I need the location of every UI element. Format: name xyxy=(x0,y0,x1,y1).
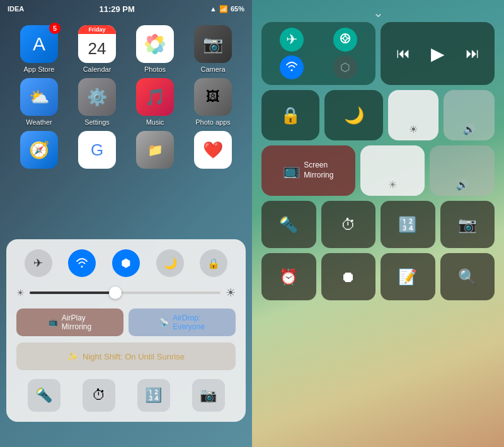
cc-brightness-row: ☀ ☀ xyxy=(16,286,236,300)
rcc-timer-btn[interactable]: ⏱ xyxy=(321,201,376,248)
rcc-notes-btn[interactable]: 📝 xyxy=(381,253,435,300)
rcc-dnd-tile[interactable]: 🌙 xyxy=(324,90,382,140)
app-item-google[interactable]: G xyxy=(71,131,123,169)
app-item-photoapps[interactable]: 🖼 Photo apps xyxy=(186,78,239,126)
cc-airplay-airdrop-row: 📺 AirPlayMirroring 📡 AirDrop:Everyone xyxy=(16,308,236,336)
status-right: ▲ 📶 65% xyxy=(210,5,244,13)
cc-calculator-button[interactable]: 🔢 xyxy=(137,379,170,412)
settings-icon[interactable]: ⚙️ xyxy=(78,78,116,116)
bluetooth-icon: ⬢ xyxy=(121,256,131,270)
rcc-brightness-slider-tile[interactable]: ☀ xyxy=(360,145,425,196)
rotation-icon: 🔒 xyxy=(207,257,220,269)
cc-flashlight-button[interactable]: 🔦 xyxy=(28,379,60,412)
rcc-flashlight-btn[interactable]: 🔦 xyxy=(261,201,316,248)
weather-icon[interactable]: ⛅ xyxy=(20,78,58,116)
photos-label: Photos xyxy=(144,65,166,73)
wifi-toggle-icon xyxy=(75,255,89,272)
wifi-icon: 📶 xyxy=(219,5,228,13)
cc-timer-button[interactable]: ⏱ xyxy=(83,379,115,412)
app-item-music[interactable]: 🎵 Music xyxy=(129,78,181,126)
google-icon[interactable]: G xyxy=(78,131,116,169)
photos-icon[interactable] xyxy=(136,25,174,63)
appstore-icon[interactable]: A 5 xyxy=(20,25,58,63)
rcc-bluetooth-icon: ⬡ xyxy=(340,60,350,74)
rcc-brightness-icon: ☀ xyxy=(409,123,418,135)
rcc-brightness-bottom-icon: ☀ xyxy=(388,179,397,191)
health-icon[interactable]: ❤️ xyxy=(194,131,232,169)
app-item-misc[interactable]: 📁 xyxy=(129,131,181,169)
timer-icon: ⏱ xyxy=(92,387,106,404)
rcc-next-btn[interactable]: ⏭ xyxy=(461,40,484,67)
cc-airdrop-button[interactable]: 📡 AirDrop:Everyone xyxy=(129,308,236,336)
rcc-brightness-tile[interactable]: ☀ xyxy=(388,90,439,140)
rcc-wifi-icon xyxy=(285,59,299,76)
cc-bluetooth-toggle[interactable]: ⬢ xyxy=(112,249,140,277)
brightness-thumb[interactable] xyxy=(109,286,122,299)
chevron-down-icon: ⌄ xyxy=(373,5,384,20)
rcc-wifi-btn[interactable] xyxy=(280,55,304,79)
rcc-timer-icon: ⏱ xyxy=(341,216,356,234)
airplane-icon: ✈ xyxy=(33,256,43,270)
rcc-camera-btn[interactable]: 📷 xyxy=(440,201,495,248)
rcc-volume-tile[interactable]: 🔊 xyxy=(444,90,495,140)
calendar-date: 24 xyxy=(78,34,116,63)
night-shift-icon: ✨ xyxy=(67,352,77,361)
app-item-settings[interactable]: ⚙️ Settings xyxy=(71,78,123,126)
app-item-safari[interactable]: 🧭 xyxy=(13,131,66,169)
calendar-icon[interactable]: Friday 24 xyxy=(78,25,116,63)
brightness-high-icon: ☀ xyxy=(226,286,236,300)
svg-point-10 xyxy=(343,37,347,40)
app-item-calendar[interactable]: Friday 24 Calendar xyxy=(71,25,123,73)
rcc-airplane-btn[interactable]: ✈ xyxy=(280,28,304,52)
misc-symbol: 📁 xyxy=(147,142,163,157)
rcc-alarm-btn[interactable]: ⏰ xyxy=(261,253,316,300)
rcc-camera-icon: 📷 xyxy=(458,216,477,234)
brightness-slider[interactable] xyxy=(30,291,220,294)
rcc-cellular-icon xyxy=(338,31,352,48)
app-item-photos[interactable]: Photos xyxy=(129,25,181,73)
cc-night-shift-button[interactable]: ✨ Night Shift: On Until Sunrise xyxy=(16,342,236,370)
calculator-icon: 🔢 xyxy=(145,387,162,404)
rcc-screen-mirror-icon: 📺 xyxy=(283,162,300,179)
rcc-airplane-icon: ✈ xyxy=(286,31,297,48)
airdrop-icon: 📡 xyxy=(159,318,169,327)
night-shift-label: Night Shift: On Until Sunrise xyxy=(83,352,185,361)
app-item-appstore[interactable]: A 5 App Store xyxy=(13,25,66,73)
app-item-camera[interactable]: 📷 Camera xyxy=(186,25,239,73)
rcc-bluetooth-btn[interactable]: ⬡ xyxy=(333,55,357,79)
carrier-label: IDEA xyxy=(8,5,24,13)
rcc-calculator-btn[interactable]: 🔢 xyxy=(381,201,435,248)
rcc-record-icon: ⏺ xyxy=(341,268,356,286)
cc-rotation-toggle[interactable]: 🔒 xyxy=(200,249,227,277)
cc-donotdisturb-toggle[interactable]: 🌙 xyxy=(156,249,184,277)
rcc-volume-slider-tile[interactable]: 🔊 xyxy=(430,145,495,196)
cc-wifi-toggle[interactable] xyxy=(68,249,96,277)
donotdisturb-icon: 🌙 xyxy=(163,256,177,270)
svg-point-8 xyxy=(151,40,159,48)
cc-camera-button[interactable]: 📷 xyxy=(192,379,225,412)
rcc-zoom-btn[interactable]: 🔍 xyxy=(440,253,495,300)
airdrop-label: AirDrop:Everyone xyxy=(173,314,205,332)
rcc-rotation-tile[interactable]: 🔒 xyxy=(261,90,319,140)
rcc-utilities-row1: 🔦 ⏱ 🔢 📷 xyxy=(261,201,495,248)
rcc-play-btn[interactable]: ▶ xyxy=(426,38,450,69)
rcc-media-panel: ⏮ ▶ ⏭ xyxy=(381,22,495,85)
app-item-weather[interactable]: ⛅ Weather xyxy=(13,78,66,126)
rcc-prev-btn[interactable]: ⏮ xyxy=(391,40,415,67)
rcc-record-btn[interactable]: ⏺ xyxy=(321,253,376,300)
calendar-day: Friday xyxy=(78,25,116,34)
cc-airplay-button[interactable]: 📺 AirPlayMirroring xyxy=(16,308,123,336)
weather-symbol: ⛅ xyxy=(29,88,49,107)
cc-airplane-toggle[interactable]: ✈ xyxy=(25,249,52,277)
app-item-health[interactable]: ❤️ xyxy=(186,131,239,169)
rcc-screen-mirror-label: ScreenMirroring xyxy=(304,161,333,180)
safari-icon[interactable]: 🧭 xyxy=(20,131,58,169)
camera-icon[interactable]: 📷 xyxy=(194,25,232,63)
music-icon[interactable]: 🎵 xyxy=(136,78,174,116)
rcc-cellular-btn[interactable] xyxy=(333,28,357,52)
rcc-screen-mirror-button[interactable]: 📺 ScreenMirroring xyxy=(261,145,355,196)
misc-icon[interactable]: 📁 xyxy=(136,131,174,169)
photoapps-icon[interactable]: 🖼 xyxy=(194,78,232,116)
rcc-play-icon: ▶ xyxy=(431,44,445,64)
rcc-row2: 🔒 🌙 ☀ 🔊 xyxy=(261,90,495,140)
